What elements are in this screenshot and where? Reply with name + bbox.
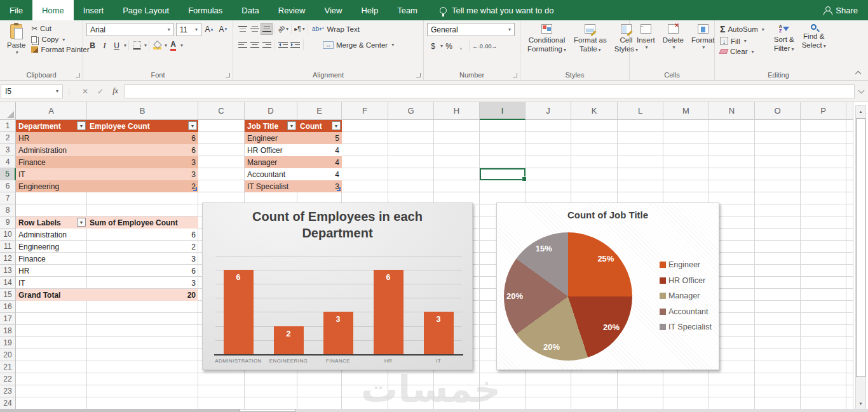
share-button[interactable]: Share xyxy=(824,0,858,20)
cell-B13[interactable]: 6 xyxy=(87,265,198,277)
font-size-select[interactable]: 11▾ xyxy=(176,23,201,36)
row-header-4[interactable]: 4 xyxy=(0,156,16,168)
cell-B4[interactable]: 3 xyxy=(87,156,198,168)
cell-A6[interactable]: Engineering xyxy=(16,180,87,192)
row-header-6[interactable]: 6 xyxy=(0,180,16,192)
selected-cell-I5[interactable] xyxy=(480,168,526,180)
cell-E3[interactable]: 4 xyxy=(297,144,342,156)
font-color-button[interactable]: A xyxy=(167,39,179,51)
grow-font-button[interactable]: A▲ xyxy=(203,23,215,35)
cell-A1[interactable]: Department▼ xyxy=(16,120,87,132)
column-header-partial[interactable] xyxy=(846,102,853,120)
row-header-9[interactable]: 9 xyxy=(0,216,16,229)
align-right-button[interactable] xyxy=(261,39,273,51)
legend-item-engineer[interactable]: Engineer xyxy=(660,260,700,269)
filter-job-title[interactable]: ▼ xyxy=(287,121,296,130)
table2-resize-handle[interactable] xyxy=(337,187,341,191)
cell-D5[interactable]: Accountant xyxy=(245,168,297,180)
insert-cells-button[interactable]: Insert▾ xyxy=(633,23,659,69)
shrink-font-button[interactable]: A▼ xyxy=(217,23,229,35)
column-header-M[interactable]: M xyxy=(663,102,709,120)
cut-button[interactable]: ✂Cut xyxy=(29,23,91,34)
top-align-button[interactable] xyxy=(236,23,248,35)
enter-button[interactable]: ✓ xyxy=(97,87,104,96)
copy-button[interactable]: Copy▾ xyxy=(29,34,91,44)
column-header-F[interactable]: F xyxy=(342,102,388,120)
cell-B3[interactable]: 6 xyxy=(87,144,198,156)
scroll-down-button[interactable]: ▼ xyxy=(856,398,865,409)
tab-review[interactable]: Review xyxy=(269,0,315,20)
cell-B10[interactable]: 6 xyxy=(87,229,198,241)
row-header-2[interactable]: 2 xyxy=(0,132,16,144)
cell-D6[interactable]: IT Specialist xyxy=(245,180,297,192)
row-header-19[interactable]: 19 xyxy=(0,337,16,349)
column-header-O[interactable]: O xyxy=(755,102,801,120)
italic-button[interactable]: I xyxy=(98,39,111,51)
cell-B9[interactable]: Sum of Employee Count xyxy=(87,216,198,229)
column-header-K[interactable]: K xyxy=(571,102,618,120)
cell-A14[interactable]: IT xyxy=(16,277,87,289)
row-header-24[interactable]: 24 xyxy=(0,397,16,409)
row-header-21[interactable]: 21 xyxy=(0,361,16,373)
row-header-3[interactable]: 3 xyxy=(0,144,16,156)
cell-D2[interactable]: Engineer xyxy=(245,132,297,144)
column-header-C[interactable]: C xyxy=(198,102,245,120)
cell-D4[interactable]: Manager xyxy=(245,156,297,168)
cell-B11[interactable]: 2 xyxy=(87,241,198,253)
column-header-A[interactable]: A xyxy=(16,102,87,120)
increase-indent-button[interactable] xyxy=(289,39,301,51)
decrease-decimal-button[interactable]: .00→ xyxy=(484,40,498,52)
column-header-J[interactable]: J xyxy=(526,102,571,120)
tab-file[interactable]: File xyxy=(0,0,32,20)
conditional-formatting-button[interactable]: Conditional Formatting▾ xyxy=(524,23,570,69)
row-header-12[interactable]: 12 xyxy=(0,253,16,265)
tab-formulas[interactable]: Formulas xyxy=(179,0,232,20)
column-header-P[interactable]: P xyxy=(801,102,846,120)
cell-B14[interactable]: 3 xyxy=(87,277,198,289)
horizontal-scroll-thumb[interactable] xyxy=(240,409,295,412)
font-dialog-launcher[interactable] xyxy=(226,73,230,77)
number-format-select[interactable]: General▾ xyxy=(427,23,515,36)
cell-A12[interactable]: Finance xyxy=(16,253,87,265)
paste-button[interactable]: Paste ▾ xyxy=(3,23,29,69)
delete-cells-button[interactable]: Delete▾ xyxy=(659,23,688,69)
filter-row-labels[interactable]: ▼ xyxy=(77,218,86,227)
filter-department[interactable]: ▼ xyxy=(77,121,86,130)
paste-dropdown-arrow[interactable]: ▾ xyxy=(16,50,18,56)
legend-item-hr-officer[interactable]: HR Officer xyxy=(660,276,705,285)
cell-A15[interactable]: Grand Total xyxy=(16,289,87,301)
column-header-H[interactable]: H xyxy=(434,102,480,120)
bold-button[interactable]: B xyxy=(86,39,98,51)
row-header-13[interactable]: 13 xyxy=(0,265,16,277)
wrap-text-button[interactable]: ab↵Wrap Text xyxy=(310,24,362,34)
tab-team[interactable]: Team xyxy=(388,0,427,20)
accounting-format-button[interactable]: $ xyxy=(427,40,439,52)
cell-B15[interactable]: 20 xyxy=(87,289,198,301)
row-header-10[interactable]: 10 xyxy=(0,229,16,241)
font-name-select[interactable]: Arial▾ xyxy=(86,23,174,36)
fill-color-button[interactable] xyxy=(151,39,163,51)
cell-B5[interactable]: 3 xyxy=(87,168,198,180)
comma-style-button[interactable]: , xyxy=(455,40,467,52)
tell-me-box[interactable]: Tell me what you want to do xyxy=(440,0,553,20)
vertical-scroll-thumb[interactable] xyxy=(856,118,865,377)
format-painter-button[interactable]: Format Painter xyxy=(29,44,91,55)
orientation-button[interactable]: ab▾ xyxy=(277,23,289,35)
merge-center-button[interactable]: ↔Merge & Center▾ xyxy=(321,40,396,50)
tab-view[interactable]: View xyxy=(315,0,351,20)
bar-chart[interactable]: Count of Employees in each Department 6A… xyxy=(202,203,473,370)
number-dialog-launcher[interactable] xyxy=(513,73,517,77)
align-center-button[interactable] xyxy=(248,39,261,51)
row-header-15[interactable]: 15 xyxy=(0,289,16,301)
percent-style-button[interactable]: % xyxy=(443,40,455,52)
tab-data[interactable]: Data xyxy=(232,0,268,20)
decrease-indent-button[interactable] xyxy=(277,39,289,51)
cell-A2[interactable]: HR xyxy=(16,132,87,144)
worksheet-grid[interactable]: ABCDEFGHIJKLMNOP 12345678910111213141516… xyxy=(0,102,868,412)
expand-formula-bar-button[interactable] xyxy=(855,90,867,93)
align-left-button[interactable] xyxy=(236,39,248,51)
sort-filter-button[interactable]: AZ Sort & Filter▾ xyxy=(770,23,798,69)
scroll-up-button[interactable]: ▲ xyxy=(856,106,865,117)
cell-A3[interactable]: Administration xyxy=(16,144,87,156)
cell-A13[interactable]: HR xyxy=(16,265,87,277)
